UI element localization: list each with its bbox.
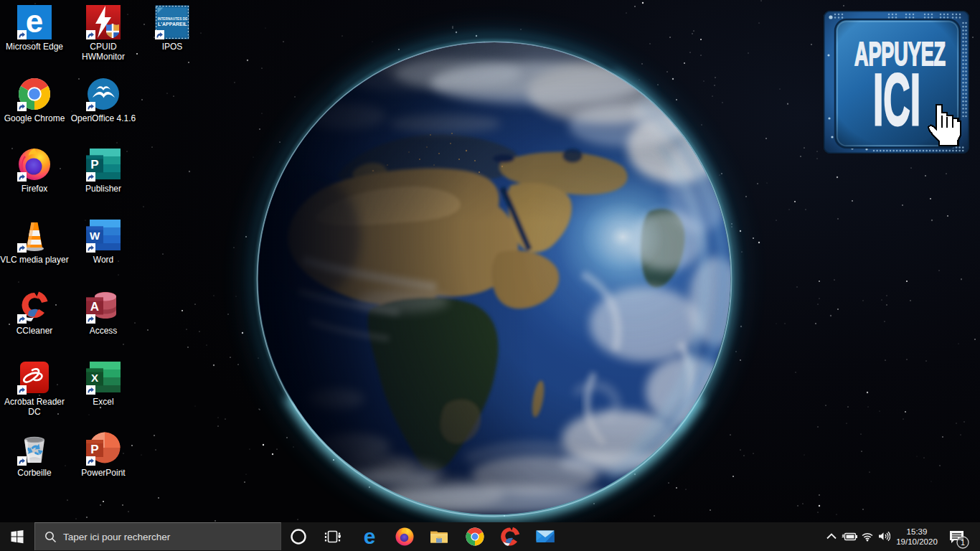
svg-text:e: e bbox=[364, 526, 376, 547]
svg-text:L'APPAREIL: L'APPAREIL bbox=[158, 22, 188, 27]
svg-text:ICI: ICI bbox=[873, 59, 920, 141]
svg-text:A: A bbox=[90, 300, 99, 314]
svg-text:1: 1 bbox=[961, 538, 965, 547]
svg-text:e: e bbox=[26, 5, 43, 39]
svg-text:INTERNAUTES DE: INTERNAUTES DE bbox=[158, 17, 188, 21]
svg-text:W: W bbox=[90, 230, 100, 242]
svg-text:P: P bbox=[90, 443, 98, 456]
svg-text:X: X bbox=[91, 372, 98, 384]
svg-text:P: P bbox=[90, 158, 98, 171]
